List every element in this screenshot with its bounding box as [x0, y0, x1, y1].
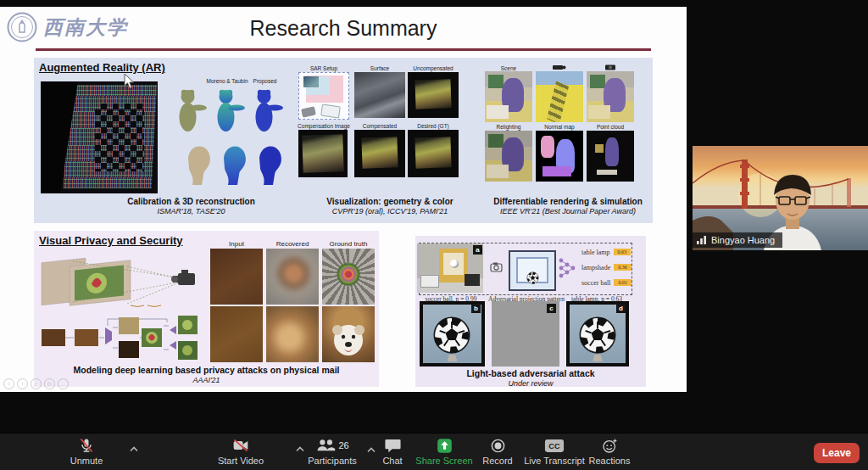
- table: [487, 105, 509, 119]
- classifier-output-row: table lamp0.63: [581, 249, 631, 256]
- screen-with-ball: [509, 250, 556, 291]
- ball-stand: [593, 355, 603, 361]
- classifier-network-icon: [558, 256, 576, 280]
- setup-photo: [303, 76, 319, 87]
- sar-setup-thumb: [298, 72, 349, 120]
- mail-input-image: [210, 306, 263, 362]
- participants-count: 26: [338, 440, 348, 450]
- 3d-reconstruction-figures: [170, 85, 297, 195]
- projection-view-thumb: [536, 71, 583, 122]
- reactions-smiley-icon: [602, 438, 618, 454]
- mail-recovered-image: [266, 249, 319, 305]
- next-slide-icon[interactable]: ›: [17, 378, 28, 389]
- camera-view-thumb: [587, 71, 634, 122]
- mail-recovered-image: [266, 306, 319, 362]
- unmute-button[interactable]: Unmute: [53, 438, 120, 466]
- mail-column-header: Ground truth: [322, 240, 375, 248]
- inner-frame: [443, 253, 464, 275]
- viz-label: Uncompensated: [408, 65, 459, 71]
- caption-title: Visualization: geometry & color: [305, 197, 475, 206]
- slide-title: Research Summary: [0, 16, 687, 41]
- record-icon: [490, 438, 506, 454]
- mouse-cursor: [124, 73, 135, 89]
- shared-screen-slide: 西南大学 Research Summary Augmented Reality …: [0, 7, 687, 392]
- ball-stand: [448, 355, 458, 361]
- calibration-pattern-image: [41, 81, 158, 193]
- checkerboard: [95, 104, 144, 171]
- table: [487, 165, 509, 178]
- score-badge: 0.36: [614, 264, 632, 271]
- share-screen-button[interactable]: Share Screen: [405, 438, 483, 466]
- live-transcript-label: Live Transcript: [524, 456, 585, 466]
- table: [588, 105, 610, 119]
- desired-gt-thumb: [408, 130, 459, 177]
- network-pipeline-diagram: [40, 314, 199, 361]
- soccer-ball-icon: [578, 316, 617, 355]
- surface-thumb: [354, 72, 405, 118]
- normal-map-thumb: [536, 131, 583, 182]
- recon-method-label: Proposed: [246, 78, 284, 84]
- laser-tool-icon[interactable]: ⊙: [44, 378, 55, 389]
- participants-label: Participants: [308, 456, 356, 466]
- caption-title: Differentiable rendering & simulation: [483, 197, 653, 206]
- road: [547, 81, 569, 122]
- ar-caption-calibration: Calibration & 3D reconstruction ISMAR'18…: [100, 197, 282, 215]
- chat-icon: [385, 438, 401, 453]
- panel-letter: d: [616, 304, 626, 313]
- participant-name-tag: Bingyao Huang: [693, 232, 782, 248]
- mail-column-header: Input: [210, 240, 263, 248]
- unmute-label: Unmute: [70, 456, 103, 466]
- camera-imaging-diagram: [39, 251, 202, 311]
- ar-caption-visualization: Visualization: geometry & color CVPR'19 …: [305, 197, 475, 215]
- class-label: table lamp: [581, 249, 610, 256]
- shelf: [488, 134, 504, 148]
- cloud-blob: [597, 170, 617, 175]
- zoom-meeting-window: 西南大学 Research Summary Augmented Reality …: [0, 0, 868, 470]
- device-shape: [420, 275, 439, 288]
- classifier-output-row: soccer ball0.01: [581, 279, 632, 287]
- participant-video-tile[interactable]: Bingyao Huang: [693, 146, 868, 250]
- panel-letter: c: [547, 304, 556, 313]
- privacy-section-panel: Visual Privacy and Security: [34, 231, 379, 387]
- participants-button[interactable]: 26 Participants: [298, 438, 366, 466]
- recovered-art: [266, 306, 319, 362]
- audio-level-icon: [697, 236, 707, 244]
- projector-icon: [553, 64, 566, 70]
- caption-title: Modeling deep learning based privacy att…: [42, 365, 370, 375]
- privacy-section-heading: Visual Privacy and Security: [39, 234, 183, 247]
- ball-photo: [450, 260, 459, 268]
- pen-tool-icon[interactable]: ∕: [31, 378, 42, 389]
- recovered-art: [266, 249, 319, 305]
- point-cloud-thumb: [587, 131, 634, 182]
- start-video-label: Start Video: [218, 456, 264, 466]
- unmute-options-caret-icon[interactable]: [129, 445, 139, 452]
- prev-slide-icon[interactable]: ‹: [3, 378, 14, 389]
- viz-label: SAR Setup: [298, 65, 349, 71]
- score-badge: 0.01: [614, 279, 632, 286]
- cc-icon: CC: [544, 439, 565, 453]
- caption-venue: Under review: [420, 379, 641, 388]
- viz-label: Compensation Image: [295, 123, 353, 129]
- compensated-thumb: [354, 130, 405, 177]
- camera-icon: [490, 262, 504, 272]
- share-screen-icon: [437, 438, 453, 454]
- yellow-panel: [439, 249, 468, 283]
- viz-label: Compensated: [354, 123, 405, 129]
- presenter-controls[interactable]: ‹ › ∕ ⊙ …: [3, 378, 69, 389]
- share-screen-label: Share Screen: [415, 456, 472, 466]
- chat-label: Chat: [382, 456, 402, 466]
- viz-label: Surface: [354, 65, 405, 71]
- more-options-icon[interactable]: …: [58, 378, 69, 389]
- start-video-button[interactable]: Start Video: [193, 438, 288, 466]
- leave-button[interactable]: Leave: [814, 443, 860, 463]
- normal-blob: [542, 166, 571, 176]
- normal-blob: [541, 136, 554, 158]
- meeting-toolbar: Unmute Start Video 26 Participants: [0, 433, 868, 470]
- mail-column-header: Recovered: [266, 240, 319, 248]
- classifier-output-row: lampshade0.36: [581, 264, 632, 271]
- uncompensated-thumb: [408, 72, 459, 118]
- relighting-thumb: [485, 131, 532, 182]
- cloud-blob: [605, 137, 619, 166]
- reactions-button[interactable]: Reactions: [581, 438, 637, 466]
- projector-shape: [465, 274, 480, 286]
